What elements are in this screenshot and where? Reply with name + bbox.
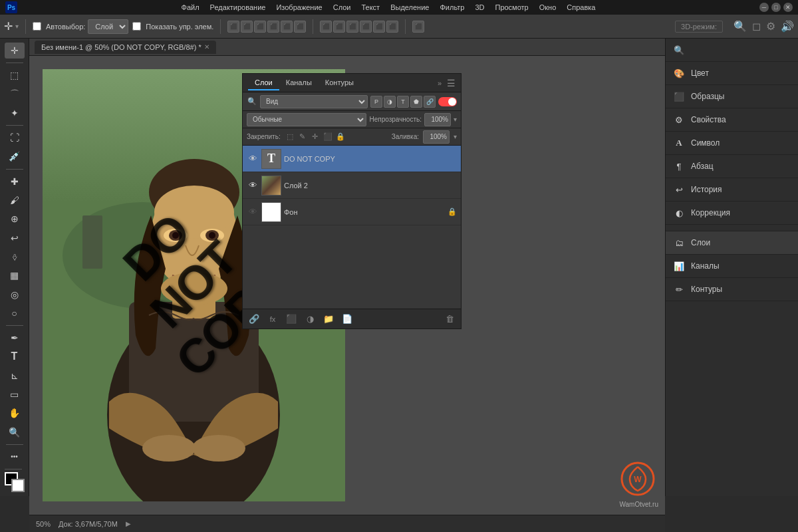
toolbar-right-icon-3[interactable]: ⚙ <box>766 20 775 33</box>
autoselect-checkbox[interactable] <box>33 22 41 31</box>
brush-tool[interactable]: 🖌 <box>5 192 25 208</box>
toolbar-right-icon-2[interactable]: ◻ <box>752 20 761 33</box>
layer-visibility-2[interactable]: 👁 <box>247 180 259 192</box>
align-icon-6[interactable]: ⬛ <box>294 21 306 33</box>
lasso-tool[interactable]: ⌒ <box>5 86 25 102</box>
menu-view[interactable]: Просмотр <box>490 2 533 13</box>
layer-effects-btn[interactable]: fx <box>265 312 280 327</box>
fill-arrow[interactable]: ▾ <box>454 133 457 140</box>
distribute-icon-5[interactable]: ⬛ <box>373 21 385 33</box>
background-color[interactable] <box>11 479 25 492</box>
opacity-input[interactable] <box>424 113 451 126</box>
layer-item-layer-2[interactable]: 👁 Слой 2 <box>243 172 461 199</box>
path-tool[interactable]: ⊾ <box>5 368 25 384</box>
filter-toggle[interactable] <box>438 97 457 106</box>
filter-shape-btn[interactable]: ⬟ <box>410 96 422 108</box>
eyedropper-tool[interactable]: 💉 <box>5 148 25 164</box>
layer-visibility-1[interactable]: 👁 <box>247 153 259 165</box>
align-icon-5[interactable]: ⬛ <box>281 21 293 33</box>
align-icon-3[interactable]: ⬛ <box>254 21 266 33</box>
history-brush-tool[interactable]: ↩ <box>5 229 25 245</box>
right-panel-search[interactable]: 🔍 <box>666 39 798 62</box>
minimize-button[interactable]: ─ <box>759 3 769 12</box>
layers-menu-btn[interactable]: ☰ <box>447 78 456 88</box>
filter-text-btn[interactable]: T <box>397 96 409 108</box>
lock-all-icon[interactable]: 🔒 <box>335 132 346 142</box>
right-panel-paths[interactable]: ✏ Контуры <box>666 278 798 301</box>
right-panel-color[interactable]: 🎨 Цвет <box>666 62 798 85</box>
document-tab[interactable]: Без имени-1 @ 50% (DO NOT COPY, RGB/8#) … <box>35 41 216 54</box>
document-tab-close[interactable]: ✕ <box>204 43 209 51</box>
right-panel-properties[interactable]: ⚙ Свойства <box>666 108 798 132</box>
right-panel-corrections[interactable]: ◐ Коррекция <box>666 201 798 225</box>
eraser-tool[interactable]: ⎀ <box>5 249 25 265</box>
shape-tool[interactable]: ▭ <box>5 386 25 402</box>
filter-pixel-btn[interactable]: P <box>370 96 382 108</box>
maximize-button[interactable]: □ <box>771 3 781 12</box>
toolbar-right-icon-1[interactable]: 🔍 <box>733 20 747 33</box>
menu-help[interactable]: Справка <box>562 2 600 13</box>
right-panel-history[interactable]: ↩ История <box>666 178 798 201</box>
menu-edit[interactable]: Редактирование <box>205 2 271 13</box>
layers-tab-channels[interactable]: Каналы <box>279 76 319 90</box>
filter-dropdown[interactable]: Вид <box>260 95 368 108</box>
opacity-arrow[interactable]: ▾ <box>454 116 457 123</box>
wand-tool[interactable]: ✦ <box>5 105 25 121</box>
distribute-icon-1[interactable]: ⬛ <box>320 21 332 33</box>
move-tool[interactable]: ✛ <box>5 43 25 59</box>
menu-layers[interactable]: Слои <box>329 2 356 13</box>
new-group-btn[interactable]: 📁 <box>321 312 336 327</box>
layers-tab-layers[interactable]: Слои <box>248 76 279 90</box>
marquee-tool[interactable]: ⬚ <box>5 67 25 83</box>
show-controls-checkbox[interactable] <box>132 22 141 31</box>
align-icon-2[interactable]: ⬛ <box>241 21 253 33</box>
dodge-tool[interactable]: ○ <box>5 305 25 321</box>
filter-adj-btn[interactable]: ◑ <box>384 96 396 108</box>
distribute-icon-3[interactable]: ⬛ <box>346 21 358 33</box>
fill-input[interactable] <box>423 130 450 144</box>
distribute-icon-4[interactable]: ⬛ <box>360 21 372 33</box>
distribute-icon-6[interactable]: ⬛ <box>386 21 398 33</box>
status-arrow[interactable]: ▶ <box>126 520 131 527</box>
toolbar-right-icon-4[interactable]: 🔊 <box>781 20 794 33</box>
add-mask-btn[interactable]: ⬛ <box>284 312 299 327</box>
lock-image-icon[interactable]: ✎ <box>297 132 308 142</box>
menu-text[interactable]: Текст <box>356 2 384 13</box>
canvas-viewport[interactable]: DONOTCOPY Слои Каналы Контуры <box>29 56 665 515</box>
gradient-tool[interactable]: ▦ <box>5 267 25 283</box>
text-tool[interactable]: T <box>5 348 25 364</box>
right-panel-swatches[interactable]: ⬛ Образцы <box>666 85 798 108</box>
distribute-icon-2[interactable]: ⬛ <box>333 21 345 33</box>
layer-item-background[interactable]: 👁 Фон 🔒 <box>243 199 461 225</box>
layers-tab-paths[interactable]: Контуры <box>319 76 360 90</box>
hand-tool[interactable]: ✋ <box>5 405 25 421</box>
layer-item-do-not-copy[interactable]: 👁 T DO NOT COPY <box>243 146 461 172</box>
menu-filter[interactable]: Фильтр <box>435 2 469 13</box>
right-panel-paragraph[interactable]: ¶ Абзац <box>666 155 798 178</box>
blend-mode-dropdown[interactable]: Обычные <box>247 113 366 126</box>
menu-file[interactable]: Файл <box>177 2 204 13</box>
adjustment-layer-btn[interactable]: ◑ <box>303 312 317 327</box>
link-layers-btn[interactable]: 🔗 <box>247 312 261 327</box>
align-icon-1[interactable]: ⬛ <box>227 21 239 33</box>
zoom-tool[interactable]: 🔍 <box>5 424 25 440</box>
more-tools[interactable]: ••• <box>5 449 25 465</box>
layer-visibility-3[interactable]: 👁 <box>247 206 259 218</box>
filter-smart-btn[interactable]: 🔗 <box>424 96 436 108</box>
right-panel-channels[interactable]: 📊 Каналы <box>666 255 798 278</box>
layers-expand-btn[interactable]: » <box>435 78 444 88</box>
crop-tool[interactable]: ⛶ <box>5 130 25 146</box>
delete-layer-btn[interactable]: 🗑 <box>442 312 457 327</box>
menu-select[interactable]: Выделение <box>386 2 434 13</box>
right-panel-character[interactable]: A Символ <box>666 132 798 155</box>
lock-position-icon[interactable]: ✛ <box>310 132 321 142</box>
auto-align-icon[interactable]: ⬛ <box>412 21 424 33</box>
pen-tool[interactable]: ✒ <box>5 330 25 346</box>
new-layer-btn[interactable]: 📄 <box>340 312 354 327</box>
close-button[interactable]: ✕ <box>783 3 793 12</box>
menu-image[interactable]: Изображение <box>271 2 327 13</box>
healing-tool[interactable]: ✚ <box>5 173 25 189</box>
lock-transparent-icon[interactable]: ⬚ <box>285 132 295 142</box>
menu-window[interactable]: Окно <box>535 2 561 13</box>
menu-3d[interactable]: 3D <box>470 2 489 13</box>
